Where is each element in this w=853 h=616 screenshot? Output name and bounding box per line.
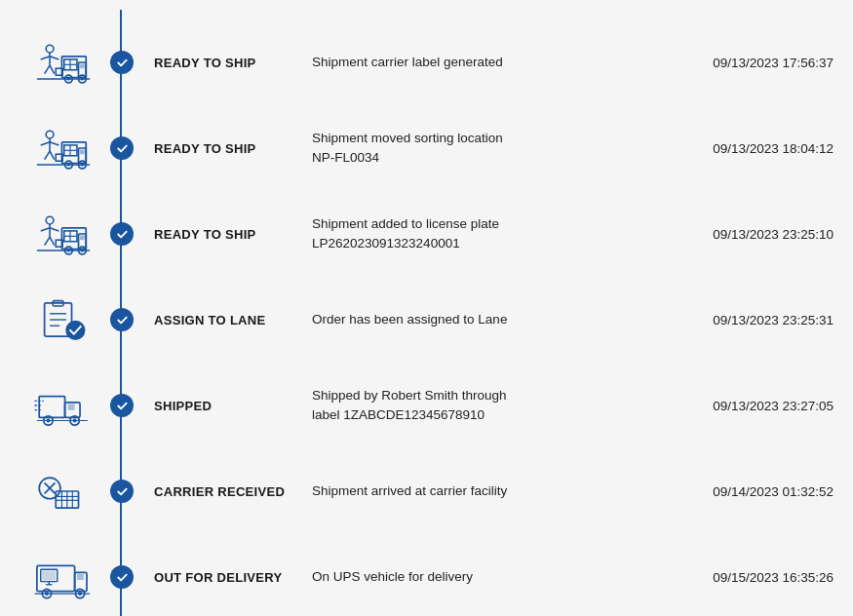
svg-point-5 — [67, 78, 70, 81]
check-dot-assign-to-lane — [110, 308, 134, 331]
timeline-item-assign-to-lane: ASSIGN TO LANE Order has been assigned t… — [19, 277, 834, 363]
timestamp-col-ready-to-ship-3: 09/13/2023 23:25:10 — [673, 225, 834, 243]
svg-point-7 — [81, 78, 84, 81]
assign-to-lane-icon — [29, 290, 97, 349]
description-text-assign-to-lane: Order has been assigned to Lane — [312, 312, 507, 327]
icon-col-assign-to-lane — [19, 290, 107, 349]
icon-col-carrier-received — [19, 462, 107, 520]
timestamp-col-assign-to-lane: 09/13/2023 23:25:31 — [673, 311, 834, 328]
status-col-out-for-delivery: OUT FOR DELIVERY — [136, 568, 302, 586]
svg-point-25 — [81, 164, 84, 167]
svg-point-43 — [81, 250, 84, 252]
status-label-ready-to-ship-1: READY TO SHIP — [154, 56, 256, 70]
status-label-out-for-delivery: OUT FOR DELIVERY — [154, 570, 282, 585]
svg-point-23 — [67, 164, 70, 167]
svg-point-67 — [73, 419, 77, 423]
dot-col-out-for-delivery — [107, 565, 136, 589]
svg-line-50 — [41, 228, 50, 231]
check-dot-ready-to-ship-1 — [110, 51, 134, 74]
svg-line-51 — [45, 237, 50, 246]
description-col-shipped: Shipped by Robert Smith throughlabel 1ZA… — [302, 386, 673, 425]
dot-col-carrier-received — [107, 480, 136, 503]
description-text-ready-to-ship-3: Shipment added to license plateLP2620230… — [312, 216, 499, 250]
check-dot-out-for-delivery — [110, 565, 134, 589]
description-col-ready-to-ship-3: Shipment added to license plateLP2620230… — [302, 214, 673, 253]
svg-point-47 — [46, 216, 54, 224]
svg-line-33 — [45, 151, 50, 160]
timestamp-out-for-delivery: 09/15/2023 16:35:26 — [713, 570, 834, 585]
status-col-ready-to-ship-1: READY TO SHIP — [136, 54, 302, 71]
timestamp-col-ready-to-ship-1: 09/13/2023 17:56:37 — [673, 54, 834, 71]
svg-point-29 — [46, 131, 54, 138]
timeline-item-out-for-delivery: OUT FOR DELIVERY On UPS vehicle for deli… — [19, 534, 834, 616]
dot-col-shipped — [107, 394, 136, 417]
svg-rect-21 — [80, 150, 85, 155]
description-text-ready-to-ship-1: Shipment carrier label generated — [312, 55, 503, 69]
check-icon — [116, 142, 129, 155]
check-dot-ready-to-ship-3 — [110, 222, 134, 246]
status-col-ready-to-ship-2: READY TO SHIP — [136, 139, 302, 157]
status-col-shipped: SHIPPED — [136, 397, 302, 414]
check-icon — [116, 571, 129, 584]
svg-point-11 — [46, 45, 54, 53]
timeline-item-carrier-received: CARRIER RECEIVED Shipment arrived at car… — [19, 448, 834, 534]
svg-rect-62 — [68, 404, 75, 409]
description-text-out-for-delivery: On UPS vehicle for delivery — [312, 569, 473, 584]
svg-line-16 — [50, 65, 55, 74]
svg-line-14 — [41, 57, 50, 59]
timeline-item-ready-to-ship-3: READY TO SHIP Shipment added to license … — [19, 191, 834, 277]
svg-line-13 — [50, 57, 58, 59]
icon-col-ready-to-ship-2 — [19, 119, 107, 177]
icon-col-shipped — [19, 376, 107, 435]
timestamp-col-out-for-delivery: 09/15/2023 16:35:26 — [673, 568, 834, 586]
carrier-received-icon — [29, 462, 97, 520]
svg-rect-3 — [80, 64, 85, 69]
ready-to-ship-icon — [29, 119, 97, 177]
timestamp-assign-to-lane: 09/13/2023 23:25:31 — [713, 313, 834, 327]
timestamp-carrier-received: 09/14/2023 01:32:52 — [713, 484, 834, 499]
svg-line-49 — [50, 228, 58, 231]
ready-to-ship-icon — [29, 205, 97, 263]
timestamp-col-shipped: 09/13/2023 23:27:05 — [673, 397, 834, 414]
svg-point-89 — [45, 592, 49, 596]
svg-point-41 — [67, 250, 70, 252]
dot-col-ready-to-ship-2 — [107, 136, 136, 160]
svg-line-34 — [50, 151, 55, 160]
svg-line-32 — [41, 142, 50, 145]
description-col-assign-to-lane: Order has been assigned to Lane — [302, 310, 673, 329]
check-dot-shipped — [110, 394, 134, 417]
timestamp-ready-to-ship-3: 09/13/2023 23:25:10 — [713, 227, 834, 242]
timestamp-shipped: 09/13/2023 23:27:05 — [713, 399, 834, 413]
svg-rect-60 — [39, 397, 64, 418]
status-col-carrier-received: CARRIER RECEIVED — [136, 482, 302, 500]
status-label-carrier-received: CARRIER RECEIVED — [154, 484, 285, 499]
description-col-ready-to-ship-1: Shipment carrier label generated — [302, 53, 673, 72]
svg-rect-82 — [42, 571, 56, 580]
status-label-ready-to-ship-2: READY TO SHIP — [154, 141, 256, 156]
check-icon — [116, 314, 129, 327]
svg-point-91 — [78, 592, 82, 596]
status-label-shipped: SHIPPED — [154, 399, 212, 413]
svg-line-15 — [45, 65, 50, 74]
check-icon — [116, 485, 129, 498]
svg-line-31 — [50, 142, 58, 145]
dot-col-ready-to-ship-1 — [107, 51, 136, 74]
ready-to-ship-icon — [29, 33, 97, 92]
dot-col-assign-to-lane — [107, 308, 136, 331]
timeline-item-shipped: SHIPPED Shipped by Robert Smith throughl… — [19, 363, 834, 448]
tracking-timeline: READY TO SHIP Shipment carrier label gen… — [19, 10, 834, 616]
icon-col-ready-to-ship-1 — [19, 33, 107, 92]
check-dot-carrier-received — [110, 480, 134, 503]
description-text-carrier-received: Shipment arrived at carrier facility — [312, 483, 507, 498]
svg-rect-39 — [80, 236, 85, 241]
status-col-ready-to-ship-3: READY TO SHIP — [136, 225, 302, 243]
svg-point-59 — [65, 321, 85, 340]
check-icon — [116, 400, 129, 412]
description-col-ready-to-ship-2: Shipment moved sorting locationNP-FL0034 — [302, 129, 673, 168]
dot-col-ready-to-ship-3 — [107, 222, 136, 246]
svg-rect-86 — [77, 574, 84, 580]
timeline-item-ready-to-ship-1: READY TO SHIP Shipment carrier label gen… — [19, 19, 834, 105]
description-col-out-for-delivery: On UPS vehicle for delivery — [302, 567, 673, 587]
check-dot-ready-to-ship-2 — [110, 136, 134, 160]
timestamp-col-ready-to-ship-2: 09/13/2023 18:04:12 — [673, 139, 834, 157]
